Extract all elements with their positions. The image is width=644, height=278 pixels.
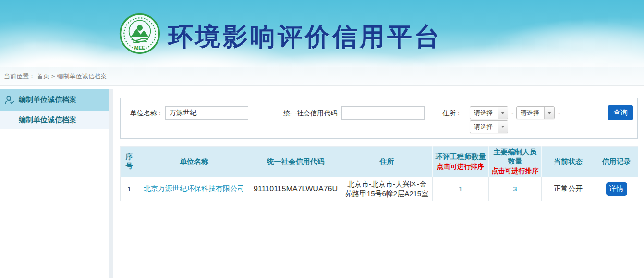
city-select-value: 请选择 [517, 107, 544, 119]
query-button[interactable]: 查询 [608, 105, 633, 120]
cell-address: 北京市-北京市-大兴区-金苑路甲15号6幢2层A215室 [341, 177, 433, 201]
col-header-address: 住所 [341, 147, 433, 177]
breadcrumb-home-link[interactable]: 首页 [37, 72, 49, 81]
sidebar-divider [109, 89, 113, 278]
sidebar: 编制单位诚信档案 编制单位诚信档案 [0, 89, 109, 129]
district-select[interactable]: 请选择 [470, 120, 508, 133]
col-header-unit-name: 单位名称 [138, 147, 250, 177]
address-dash-1: - [511, 109, 514, 116]
breadcrumb: 当前位置： 首页 > 编制单位诚信档案 [0, 67, 644, 86]
engineer-count-link[interactable]: 1 [459, 185, 462, 193]
cell-credit-code: 91110115MA7LWUA76U [250, 177, 341, 201]
logo-mee-text: MEE [134, 45, 145, 51]
credit-code-label: 统一社会信用代码 : [283, 106, 341, 120]
user-check-icon [4, 95, 15, 105]
col-header-status: 当前状态 [542, 147, 595, 177]
sidebar-item-label: 编制单位诚信档案 [19, 95, 76, 104]
col-header-engineer-count-sortable[interactable]: 环评工程师数量 点击可进行排序 [433, 147, 489, 177]
unit-name-input[interactable] [165, 106, 248, 120]
district-select-value: 请选择 [470, 121, 498, 133]
table-header-row: 序号 单位名称 统一社会信用代码 住所 环评工程师数量 点击可进行排序 主要编制… [121, 147, 638, 177]
province-select-value: 请选择 [470, 107, 498, 119]
site-header: MEE 环境影响评价信用平台 [0, 0, 644, 67]
sort-hint: 点击可进行排序 [491, 167, 539, 176]
chevron-down-icon[interactable] [498, 107, 508, 119]
mee-logo: MEE [119, 13, 160, 54]
site-title: 环境影响评价信用平台 [168, 20, 442, 54]
staff-count-link[interactable]: 3 [513, 185, 517, 193]
sidebar-item-unit-credit-archive[interactable]: 编制单位诚信档案 [0, 89, 109, 111]
unit-name-link[interactable]: 北京万源世纪环保科技有限公司 [144, 184, 244, 192]
table-row: 1 北京万源世纪环保科技有限公司 91110115MA7LWUA76U 北京市-… [121, 177, 638, 201]
chevron-down-icon[interactable] [498, 121, 508, 133]
sidebar-subitem-unit-credit-archive[interactable]: 编制单位诚信档案 [0, 111, 109, 129]
col-header-index: 序号 [121, 147, 138, 177]
col-header-credit-code: 统一社会信用代码 [250, 147, 341, 177]
search-panel: 单位名称 : 统一社会信用代码 : 住所 : 请选择 - 请选择 - 请选择 查… [120, 98, 638, 139]
detail-button[interactable]: 详情 [606, 182, 627, 196]
col-header-credit-record: 信用记录 [595, 147, 638, 177]
address-label: 住所 : [442, 106, 460, 120]
credit-code-input[interactable] [341, 106, 425, 120]
cell-status: 正常公开 [542, 177, 595, 201]
col-header-staff-count-label: 主要编制人员数量 [491, 148, 539, 166]
col-header-staff-count-sortable[interactable]: 主要编制人员数量 点击可进行排序 [489, 147, 542, 177]
unit-name-label: 单位名称 : [130, 106, 161, 120]
breadcrumb-current: 编制单位诚信档案 [57, 72, 107, 81]
breadcrumb-separator: > [51, 73, 55, 80]
breadcrumb-prefix: 当前位置： [4, 72, 35, 81]
col-header-engineer-count-label: 环评工程师数量 [435, 152, 486, 162]
chevron-down-icon[interactable] [544, 107, 554, 119]
city-select[interactable]: 请选择 [516, 106, 555, 119]
main-content: 单位名称 : 统一社会信用代码 : 住所 : 请选择 - 请选择 - 请选择 查… [120, 98, 638, 201]
sidebar-subitem-label: 编制单位诚信档案 [19, 115, 76, 125]
sort-hint: 点击可进行排序 [435, 163, 486, 171]
address-dash-2: - [558, 109, 560, 116]
results-table: 序号 单位名称 统一社会信用代码 住所 环评工程师数量 点击可进行排序 主要编制… [120, 146, 638, 201]
cell-index: 1 [121, 177, 138, 201]
province-select[interactable]: 请选择 [470, 106, 508, 119]
